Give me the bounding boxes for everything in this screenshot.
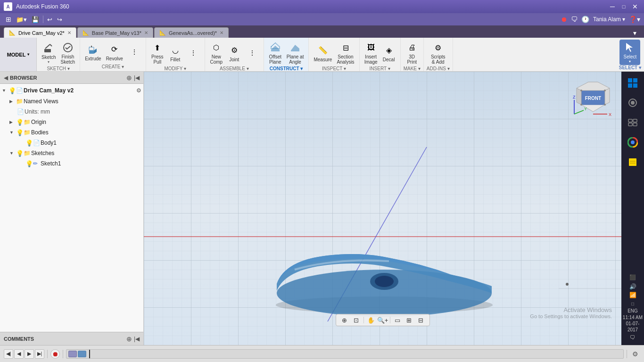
new-file-button[interactable]: 📁▾ — [14, 15, 29, 24]
clock[interactable]: 11:14 AM 01-07-2017 — [621, 314, 644, 333]
save-button[interactable]: 💾 — [30, 15, 41, 24]
display-icon[interactable]: □ — [628, 300, 637, 307]
nav-separator-2 — [63, 350, 63, 358]
more-create-button[interactable]: ⋮ — [126, 44, 143, 60]
tree-origin[interactable]: ▶ 💡 📁 Origin — [0, 117, 143, 127]
decal-button[interactable]: ◈ Decal — [380, 42, 397, 64]
more-modify-button[interactable]: ⋮ — [185, 45, 202, 61]
sticky-notes-btn[interactable] — [623, 153, 642, 172]
task-view-btn[interactable] — [623, 113, 642, 132]
addins-button[interactable]: ⚙ Scripts& Add — [429, 40, 447, 66]
select-dropdown: ▾ — [629, 59, 631, 64]
measure-button[interactable]: 📏 Measure — [312, 42, 334, 64]
network-icon[interactable]: 📶 — [628, 291, 637, 299]
offset-plane-label: OffsetPlane — [269, 54, 282, 65]
volume-icon[interactable]: 🔊 — [628, 283, 637, 290]
grid-btn[interactable]: ⊞ — [404, 315, 415, 325]
select-button[interactable]: Select ▾ — [619, 40, 640, 65]
viewport-layout-btn[interactable]: ⊟ — [415, 315, 427, 325]
close-button[interactable]: ✕ — [630, 2, 640, 11]
press-pull-button[interactable]: ⬆ PressPull — [149, 40, 166, 66]
tab-drive-cam-close[interactable]: ✕ — [67, 30, 71, 35]
display-mode-btn[interactable]: ▭ — [392, 315, 403, 325]
zoom-btn[interactable]: 🔍+ — [377, 315, 388, 325]
maximize-button[interactable]: □ — [619, 2, 629, 11]
comment-icon[interactable]: 🗨 — [571, 16, 578, 23]
nav-first-btn[interactable]: ◀| — [4, 349, 13, 359]
svg-point-29 — [580, 104, 582, 106]
plane-at-angle-button[interactable]: Plane atAngle — [285, 40, 306, 66]
view-cube[interactable]: FRONT X Z — [572, 76, 614, 119]
tab-geneva[interactable]: 📐 GenevaAs...overed)* ✕ — [154, 27, 229, 38]
section-analysis-button[interactable]: ⊟ SectionAnalysis — [335, 40, 356, 66]
show-desktop-btn[interactable]: ⬛ — [623, 272, 642, 282]
help-button[interactable]: ❓▾ — [629, 16, 640, 23]
language-indicator[interactable]: ENG — [627, 308, 638, 313]
record-btn[interactable]: ⏺ — [50, 349, 60, 359]
3dprint-button[interactable]: 🖨 3DPrint — [404, 40, 421, 66]
notification-btn[interactable]: 🗨 — [628, 334, 637, 341]
nav-prev-btn[interactable]: ◀ — [14, 349, 24, 359]
root-settings-icon[interactable]: ⚙ — [136, 87, 141, 94]
viewport[interactable]: FRONT X Z — [144, 72, 621, 345]
record-icon[interactable]: ⏺ — [561, 16, 567, 23]
tree-body1[interactable]: 💡 📄 Body1 — [0, 138, 143, 148]
finish-sketch-button[interactable]: FinishSketch — [59, 40, 77, 66]
timeline-pos — [89, 350, 90, 358]
tab-base-plate[interactable]: 📐 Base Plate_May v13* ✕ — [77, 27, 153, 38]
cortana-btn[interactable] — [623, 93, 642, 112]
tree-named-views[interactable]: ▶ 📁 Named Views — [0, 96, 143, 107]
viewport-toolbar: ⊕ ⊡ ✋ 🔍+ ▭ ⊞ ⊟ — [336, 314, 430, 326]
nav-next-btn[interactable]: ▶| — [35, 349, 44, 359]
windows-start-btn[interactable] — [623, 74, 642, 92]
svg-text:Z: Z — [573, 95, 576, 99]
nav-play-btn[interactable]: ▶ — [25, 349, 34, 359]
zoom-window-btn[interactable]: ⊡ — [351, 315, 362, 325]
offset-plane-button[interactable]: OffsetPlane — [267, 40, 284, 66]
units-label: Units: mm — [25, 108, 50, 115]
pan-btn[interactable]: ✋ — [365, 315, 377, 325]
comments-collapse-btn[interactable]: |◀ — [134, 336, 140, 342]
right-taskbar: ⬛ 🔊 📶 □ ENG 11:14 AM 01-07-2017 🗨 — [621, 72, 644, 345]
sketch-button[interactable]: Sketch ▾ — [40, 40, 58, 66]
timeline-container[interactable] — [66, 349, 624, 359]
vp-sep-1 — [363, 317, 364, 323]
comments-add-btn[interactable]: ⊕ — [126, 335, 132, 343]
timeline-settings-btn[interactable]: ⚙ — [630, 349, 640, 359]
section-analysis-icon: ⊟ — [339, 41, 352, 54]
tree-sketches[interactable]: ▼ 💡 📁 Sketches — [0, 148, 143, 158]
fit-view-btn[interactable]: ⊕ — [339, 315, 350, 325]
svg-rect-49 — [629, 158, 636, 166]
grid-icon[interactable]: ⊞ — [4, 15, 13, 24]
history-icon[interactable]: 🕐 — [581, 16, 589, 23]
minimize-button[interactable]: ─ — [607, 2, 618, 11]
more-assemble-button[interactable]: ⋮ — [244, 45, 261, 61]
mode-button[interactable]: MODEL ▾ — [0, 38, 37, 71]
tab-base-plate-close[interactable]: ✕ — [144, 30, 148, 35]
redo-button[interactable]: ↪ — [55, 15, 64, 24]
insert-image-button[interactable]: 🖼 InsertImage — [363, 40, 380, 66]
revolve-button[interactable]: ⟳ Revolve — [104, 41, 125, 63]
tabs-overflow-btn[interactable]: ▾ — [629, 28, 640, 38]
joint-button[interactable]: ⚙ Joint — [226, 42, 243, 64]
more-modify-icon: ⋮ — [187, 46, 200, 59]
browser-collapse-btn[interactable]: |◀ — [134, 74, 140, 81]
fillet-button[interactable]: ◡ Fillet — [167, 42, 184, 64]
tree-sketch1[interactable]: 💡 ✏ Sketch1 — [0, 158, 143, 169]
tab-drive-cam[interactable]: 📐 Drive Cam_May v2* ✕ — [4, 27, 76, 38]
browser-add-btn[interactable]: ⊕ — [126, 74, 132, 82]
measure-icon: 📏 — [316, 44, 330, 57]
extrude-button[interactable]: Extrude — [83, 41, 103, 63]
undo-button[interactable]: ↩ — [45, 15, 54, 24]
root-visibility-icon: 💡 — [8, 87, 16, 94]
tree-bodies[interactable]: ▼ 💡 📁 Bodies — [0, 127, 143, 138]
tree-root[interactable]: ▼ 💡 📄 Drive Cam_May v2 ⚙ — [0, 85, 143, 96]
ribbon-section-make: 🖨 3DPrint MAKE ▾ — [401, 38, 424, 71]
user-menu[interactable]: Tania Alam ▾ — [593, 16, 625, 23]
inspect-section-label: INSPECT ▾ — [322, 66, 346, 71]
browser-back-icon[interactable]: ◀ — [4, 74, 8, 81]
svg-point-28 — [604, 90, 606, 91]
new-component-button[interactable]: ⬡ NewComp — [208, 40, 225, 66]
tab-geneva-close[interactable]: ✕ — [220, 30, 223, 35]
chrome-btn[interactable] — [623, 133, 642, 152]
